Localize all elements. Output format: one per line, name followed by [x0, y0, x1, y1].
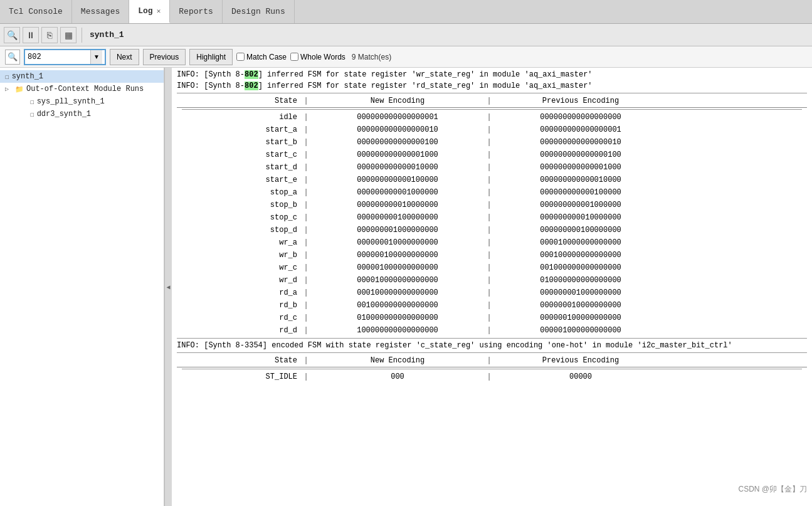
col-header-state-1: State — [177, 95, 302, 107]
log-table-2: State | New Encoding | Previous Encoding… — [172, 354, 812, 383]
cell-sep: | — [485, 149, 493, 161]
tab-design-runs[interactable]: Design Runs — [223, 0, 295, 23]
search-bar: 🔍 ▼ Next Previous Highlight Match Case W… — [0, 46, 812, 68]
cell-sep: | — [302, 161, 310, 174]
file-icon-synth1: ☐ — [5, 73, 9, 81]
col-header-new-2: New Encoding — [310, 354, 485, 367]
cell-state: stop_b — [177, 199, 302, 211]
cell-sep: | — [302, 211, 310, 224]
sidebar-item-sys-pll[interactable]: ☐ sys_pll_synth_1 — [0, 95, 164, 108]
sidebar-item-label-synth1: synth_1 — [12, 72, 43, 81]
cell-sep: | — [485, 371, 493, 383]
table-row: wr_b | 000000100000000000 | 000100000000… — [177, 249, 807, 261]
log-info-line-2: INFO: [Synth 8-802] inferred FSM for sta… — [172, 80, 812, 92]
divider-2 — [177, 338, 807, 339]
divider-3 — [177, 352, 807, 353]
cell-state: wr_d — [177, 274, 302, 287]
tab-log[interactable]: Log ✕ — [129, 0, 170, 23]
cell-sep: | — [302, 111, 310, 124]
whole-words-checkbox[interactable] — [290, 53, 298, 61]
cell-sep: | — [302, 312, 310, 324]
cell-sep: | — [485, 312, 493, 324]
match-case-checkbox[interactable] — [236, 53, 245, 61]
cell-sep: | — [485, 236, 493, 249]
pause-btn[interactable]: ⏸ — [23, 27, 39, 43]
table-row: start_a | 000000000000000010 | 000000000… — [177, 124, 807, 136]
cell-sep: | — [302, 236, 310, 249]
table-row: stop_b | 000000000010000000 | 0000000000… — [177, 199, 807, 211]
cell-state: rd_a — [177, 287, 302, 299]
cell-prev: 010000000000000000 — [493, 274, 668, 287]
sidebar-item-synth1[interactable]: ☐ synth_1 — [0, 70, 164, 83]
cell-state: start_d — [177, 161, 302, 174]
cell-sep: | — [485, 324, 493, 337]
cell-state: start_b — [177, 136, 302, 149]
sidebar-item-ddr3[interactable]: ☐ ddr3_synth_1 — [0, 108, 164, 120]
columns-btn[interactable]: ▦ — [60, 27, 76, 43]
cell-state: wr_b — [177, 249, 302, 261]
copy-btn[interactable]: ⎘ — [41, 27, 58, 43]
cell-sep: | — [485, 136, 493, 149]
cell-prev: 000000000001000000 — [493, 199, 668, 211]
collapse-handle[interactable]: ◀ — [164, 68, 172, 506]
cell-new: 000000000000100000 — [310, 174, 485, 186]
cell-sep: | — [485, 174, 493, 186]
previous-button[interactable]: Previous — [143, 49, 186, 65]
cell-sep: | — [302, 324, 310, 337]
table-row: wr_a | 000000010000000000 | 000010000000… — [177, 236, 807, 249]
sidebar-item-ooc[interactable]: ▷ 📁 Out-of-Context Module Runs — [0, 83, 164, 95]
cell-prev: 000000000100000000 — [493, 224, 668, 236]
cell-prev: 000010000000000000 — [493, 236, 668, 249]
cell-prev: 001000000000000000 — [493, 261, 668, 274]
tab-close-log[interactable]: ✕ — [157, 7, 161, 15]
match-case-label[interactable]: Match Case — [236, 53, 287, 61]
whole-words-label[interactable]: Whole Words — [290, 53, 345, 61]
search-icon-btn[interactable]: 🔍 — [5, 50, 20, 65]
highlight-button[interactable]: Highlight — [189, 49, 233, 65]
table1-header: State | New Encoding | Previous Encoding — [177, 95, 807, 108]
cell-new: 000000000100000000 — [310, 211, 485, 224]
cell-prev: 000000010000000000 — [493, 299, 668, 312]
table-row: start_c | 000000000000001000 | 000000000… — [177, 149, 807, 161]
cell-sep: | — [302, 287, 310, 299]
match-case-text: Match Case — [246, 53, 287, 61]
search-input-wrap: ▼ — [24, 49, 106, 65]
tab-messages[interactable]: Messages — [72, 0, 129, 23]
log-content[interactable]: INFO: [Synth 8-802] inferred FSM for sta… — [172, 68, 812, 506]
cell-new: 000000010000000000 — [310, 236, 485, 249]
tab-tcl-console[interactable]: Tcl Console — [0, 0, 72, 23]
table-row: rd_b | 001000000000000000 | 000000010000… — [177, 299, 807, 312]
cell-state: stop_c — [177, 211, 302, 224]
cell-sep: | — [302, 186, 310, 199]
table-row: start_d | 000000000000010000 | 000000000… — [177, 161, 807, 174]
sidebar: ☐ synth_1 ▷ 📁 Out-of-Context Module Runs… — [0, 68, 164, 506]
table-row: stop_c | 000000000100000000 | 0000000000… — [177, 211, 807, 224]
search-input[interactable] — [28, 53, 90, 61]
cell-sep: | — [302, 274, 310, 287]
search-dropdown-btn[interactable]: ▼ — [90, 50, 102, 64]
cell-state: ST_IDLE — [177, 371, 302, 383]
col-header-prev-2: Previous Encoding — [493, 354, 668, 367]
table-row: wr_d | 000010000000000000 | 010000000000… — [177, 274, 807, 287]
table-row: start_e | 000000000000100000 | 000000000… — [177, 174, 807, 186]
cell-new: 000000000000010000 — [310, 161, 485, 174]
cell-prev: 000001000000000000 — [493, 324, 668, 337]
next-button[interactable]: Next — [110, 49, 139, 65]
cell-new: 000000000000001000 — [310, 149, 485, 161]
cell-new: 000000001000000000 — [310, 224, 485, 236]
table-row: ST_IDLE | 000 | 00000 — [177, 371, 807, 383]
cell-state: start_a — [177, 124, 302, 136]
search-toggle-btn[interactable]: 🔍 — [4, 27, 20, 43]
table-row: idle | 000000000000000001 | 000000000000… — [177, 111, 807, 124]
cell-sep: | — [302, 261, 310, 274]
file-icon-ddr3: ☐ — [30, 110, 34, 119]
cell-state: start_e — [177, 174, 302, 186]
cell-sep: | — [302, 249, 310, 261]
cell-state: rd_c — [177, 312, 302, 324]
tab-reports[interactable]: Reports — [170, 0, 223, 23]
cell-new: 000 — [310, 371, 485, 383]
col-sep-3: | — [302, 354, 310, 367]
cell-state: stop_d — [177, 224, 302, 236]
table-row: wr_c | 000001000000000000 | 001000000000… — [177, 261, 807, 274]
tree-toggle-ooc[interactable]: ▷ — [5, 85, 13, 93]
